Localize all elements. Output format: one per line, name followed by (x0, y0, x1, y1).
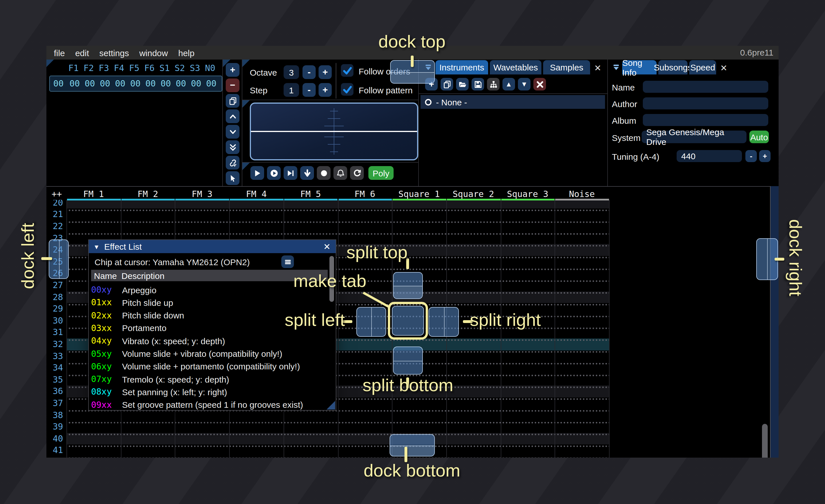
tab-samples[interactable]: Samples (543, 60, 590, 74)
channel-header-fm-5[interactable]: FM 5 (284, 189, 338, 199)
step-minus-button[interactable]: - (302, 83, 316, 97)
poly-button[interactable]: Poly (368, 166, 394, 180)
move-order-up-button[interactable] (226, 109, 239, 123)
move-instrument-up-button[interactable]: ▲ (503, 78, 515, 90)
pattern-row[interactable]: 41 (47, 445, 609, 456)
metronome-button[interactable] (333, 166, 347, 180)
order-cell[interactable]: 00 (82, 78, 97, 89)
order-cell[interactable]: 00 (143, 78, 158, 89)
channel-header-fm-3[interactable]: FM 3 (175, 189, 229, 199)
channel-header-noise[interactable]: Noise (555, 189, 609, 199)
dock-menu-button[interactable] (610, 61, 622, 73)
order-cell[interactable]: 00 (67, 78, 82, 89)
tuning-minus-button[interactable]: - (745, 150, 757, 162)
menu-item-file[interactable]: file (49, 46, 70, 59)
remove-order-button[interactable]: − (226, 78, 239, 92)
author-input[interactable] (643, 97, 768, 109)
pattern-row[interactable]: 21 (47, 209, 609, 221)
pattern-row[interactable]: 42 (47, 456, 609, 457)
effect-list-item[interactable]: 08xySet panning (x: left; y: right) (91, 386, 227, 398)
move-instrument-down-button[interactable]: ▼ (518, 78, 530, 90)
repeat-pattern-button[interactable] (350, 166, 364, 180)
effect-list-item[interactable]: 06xyVolume slide + portamento (compatibi… (91, 360, 300, 373)
pattern-corner-button[interactable]: ++ (48, 189, 66, 199)
record-button[interactable] (317, 166, 330, 180)
play-button[interactable] (250, 166, 264, 180)
octave-plus-button[interactable]: + (318, 65, 332, 79)
delete-instrument-button[interactable] (533, 78, 546, 90)
step-row-button[interactable] (300, 166, 314, 180)
channel-header-square-1[interactable]: Square 1 (392, 189, 446, 199)
duplicate-order-button[interactable] (226, 94, 239, 108)
order-cell[interactable]: 00 (189, 78, 204, 89)
split-left-target[interactable] (356, 307, 386, 337)
effect-list-item[interactable]: 03xxPortamento (91, 322, 166, 334)
tab-subsongs[interactable]: Subsongs (658, 60, 687, 74)
step-plus-button[interactable]: + (318, 83, 332, 97)
split-bottom-target[interactable] (393, 346, 423, 374)
open-instrument-button[interactable] (456, 78, 469, 90)
pattern-row[interactable]: 40 (47, 433, 609, 445)
step-value[interactable]: 1 (284, 83, 299, 97)
save-instrument-button[interactable] (471, 78, 484, 90)
menu-item-window[interactable]: window (134, 46, 173, 59)
order-cell[interactable]: 00 (158, 78, 173, 89)
effect-list-item[interactable]: 04xyVibrato (x: speed; y: depth) (91, 334, 225, 347)
channel-header-fm-2[interactable]: FM 2 (121, 189, 175, 199)
pattern-row[interactable]: 39 (47, 421, 609, 433)
effect-list-item[interactable]: 02xxPitch slide down (91, 309, 184, 322)
duplicate-order-end-button[interactable] (226, 140, 239, 154)
split-right-target[interactable] (429, 307, 459, 337)
make-tab-target[interactable] (392, 306, 424, 336)
pattern-scrollbar-thumb[interactable] (762, 424, 768, 457)
play-one-row-button[interactable] (284, 166, 297, 180)
tab-song-info[interactable]: Song Info (622, 60, 657, 74)
play-from-cursor-button[interactable] (267, 166, 281, 180)
album-input[interactable] (643, 114, 768, 126)
close-song-info-button[interactable]: ✕ (720, 63, 727, 73)
order-cell[interactable]: 00 (112, 78, 128, 89)
order-cell[interactable]: 00 (128, 78, 143, 89)
effect-list-item[interactable]: 07xyTremolo (x: speed; y: depth) (91, 373, 229, 386)
menu-item-help[interactable]: help (173, 46, 200, 59)
auto-system-button[interactable]: Auto (749, 131, 769, 143)
tab-speed[interactable]: Speed (689, 60, 716, 74)
order-row[interactable]: 0000000000000000000000 (49, 76, 222, 92)
channel-header-fm-1[interactable]: FM 1 (66, 189, 121, 199)
order-cell[interactable]: 00 (97, 78, 112, 89)
effect-list-item[interactable]: 00xyArpeggio (91, 283, 156, 296)
system-select[interactable]: Sega Genesis/Mega Drive (642, 131, 747, 143)
dock-bottom-target[interactable] (390, 434, 435, 456)
follow-orders-checkbox[interactable] (341, 64, 354, 77)
follow-pattern-checkbox[interactable] (341, 83, 354, 96)
collapse-icon[interactable]: ▼ (93, 243, 100, 250)
move-order-down-button[interactable] (226, 125, 239, 139)
effect-list-titlebar[interactable]: ▼ Effect List ✕ (89, 240, 336, 253)
effect-list-item[interactable]: 09xxSet groove pattern (speed 1 if no gr… (91, 398, 303, 411)
pattern-row[interactable]: 22 (47, 221, 609, 232)
tuning-input[interactable]: 440 (677, 150, 742, 162)
close-effect-list-button[interactable]: ✕ (323, 241, 330, 252)
add-order-button[interactable]: + (226, 63, 239, 77)
effect-list-item[interactable]: 05xyVolume slide + vibrato (compatibilit… (91, 347, 282, 360)
instrument-wizard-button[interactable] (487, 78, 500, 90)
tuning-plus-button[interactable]: + (759, 150, 770, 162)
channel-header-fm-4[interactable]: FM 4 (229, 189, 283, 199)
order-edit-mode-button[interactable] (226, 171, 239, 185)
duplicate-instrument-button[interactable] (441, 78, 453, 90)
channel-header-square-2[interactable]: Square 2 (446, 189, 501, 199)
deep-clone-button[interactable] (226, 156, 239, 170)
tab-instruments[interactable]: Instruments (435, 60, 488, 74)
menu-item-settings[interactable]: settings (94, 46, 134, 59)
order-cell[interactable]: 00 (204, 78, 219, 89)
close-instruments-button[interactable]: ✕ (594, 63, 601, 73)
menu-item-edit[interactable]: edit (70, 46, 94, 59)
octave-value[interactable]: 3 (284, 65, 299, 79)
split-top-target[interactable] (393, 272, 423, 299)
resize-grip[interactable] (326, 401, 335, 410)
channel-header-fm-6[interactable]: FM 6 (338, 189, 392, 199)
effect-list-menu-button[interactable] (281, 255, 294, 268)
name-input[interactable] (643, 81, 768, 93)
order-cell[interactable]: 00 (173, 78, 189, 89)
tab-wavetables[interactable]: Wavetables (490, 60, 541, 74)
